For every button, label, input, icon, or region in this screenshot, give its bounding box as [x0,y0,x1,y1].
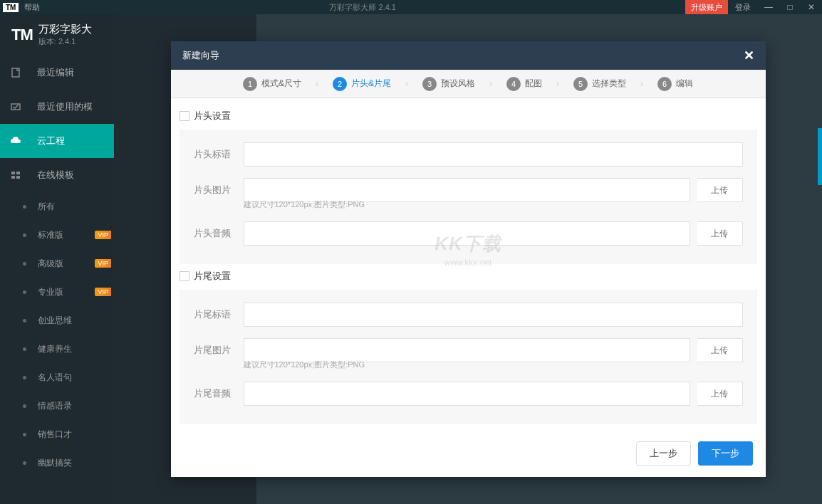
app-header: TM 万彩字影大 版本: 2.4.1 [0,14,114,56]
bullet-icon [23,262,26,266]
tm-badge: TM [3,3,19,12]
opening-audio-input[interactable] [244,221,690,246]
maximize-icon[interactable]: □ [779,0,801,14]
sub-item-label: 情感语录 [38,400,72,412]
new-wizard-modal: 新建向导 ✕ 1 模式&尺寸 › 2 片头&片尾 › 3 [171,41,766,477]
titlebar: TM 帮助 万彩字影大师 2.4.1 升级账户 登录 — □ ✕ [0,0,822,14]
opening-section-title: 片头设置 [194,110,231,122]
sidebar-sub-item[interactable]: 健康养生 [0,335,114,363]
ending-image-input[interactable] [244,338,690,362]
sidebar-sub-item[interactable]: 销售口才 [0,420,114,448]
sidebar-sub-item[interactable]: 标准版VIP [0,221,114,249]
chevron-right-icon: › [489,79,492,89]
sub-item-label: 销售口才 [38,429,72,441]
step-number: 5 [573,77,588,91]
bullet-icon [23,433,26,436]
opening-image-input[interactable] [244,178,690,202]
document-icon [9,65,23,80]
step-label: 预设风格 [441,78,475,90]
nav-item-label: 云工程 [37,135,65,147]
sub-item-label: 高级版 [38,258,63,270]
chevron-right-icon: › [405,79,408,89]
opening-audio-label: 片头音频 [194,227,236,240]
modal-title: 新建向导 [182,49,219,62]
sub-item-label: 专业版 [38,286,63,298]
bullet-icon [23,347,26,351]
content-area: 新建向导 ✕ 1 模式&尺寸 › 2 片头&片尾 › 3 [114,14,822,504]
step-label: 选择类型 [592,78,626,90]
step-opening-ending[interactable]: 2 片头&片尾 [333,77,391,91]
chevron-right-icon: › [316,79,318,89]
ending-slogan-label: 片尾标语 [194,308,236,321]
step-label: 片头&片尾 [351,78,391,90]
step-mode-size[interactable]: 1 模式&尺寸 [243,77,301,91]
bullet-icon [23,376,26,379]
opening-image-upload-button[interactable]: 上传 [697,178,743,202]
next-button[interactable]: 下一步 [698,441,753,466]
nav-online-template[interactable]: 在线模板 [0,158,114,192]
window-title: 万彩字影大师 2.4.1 [40,2,685,13]
wizard-steps: 1 模式&尺寸 › 2 片头&片尾 › 3 预设风格 › 4 [171,70,766,98]
nav-item-label: 在线模板 [37,169,74,182]
nav-item-label: 最近使用的模 [37,100,93,113]
svg-rect-2 [11,172,15,174]
opening-audio-upload-button[interactable]: 上传 [697,221,743,246]
chevron-right-icon: › [640,79,643,89]
prev-button[interactable]: 上一步 [636,441,691,466]
sidebar-sub-item[interactable]: 专业版VIP [0,278,114,306]
ending-audio-upload-button[interactable]: 上传 [697,382,743,406]
sidebar: TM 万彩字影大 版本: 2.4.1 最近编辑 最近使用的模 云工程 [0,14,114,504]
bullet-icon [23,461,26,465]
step-number: 1 [243,77,257,91]
sidebar-sub-item[interactable]: 所有 [0,192,114,221]
step-preset-style[interactable]: 3 预设风格 [422,77,475,91]
step-image[interactable]: 4 配图 [506,77,542,91]
sub-item-label: 创业思维 [38,315,72,327]
nav-cloud-project[interactable]: 云工程 [0,124,114,158]
step-label: 编辑 [676,78,693,90]
svg-rect-5 [16,176,20,179]
step-select-type[interactable]: 5 选择类型 [573,77,626,91]
login-link[interactable]: 登录 [728,2,758,13]
minimize-icon[interactable]: — [758,0,779,14]
bullet-icon [23,290,26,294]
sub-item-label: 名人语句 [38,372,72,384]
nav-recent-template[interactable]: 最近使用的模 [0,90,114,124]
ending-checkbox[interactable] [180,271,189,281]
svg-rect-4 [11,176,15,179]
ending-section-title: 片尾设置 [194,270,231,283]
upgrade-account-button[interactable]: 升级账户 [685,0,728,15]
opening-checkbox[interactable] [180,111,189,121]
vip-badge: VIP [95,288,111,296]
sidebar-sub-item[interactable]: 创业思维 [0,306,114,335]
ending-image-upload-button[interactable]: 上传 [697,338,743,362]
step-number: 6 [657,77,672,91]
step-label: 配图 [525,78,542,90]
sidebar-sub-item[interactable]: 幽默搞笑 [0,448,114,477]
bullet-icon [23,319,26,322]
app-logo: TM [11,26,33,44]
ending-audio-input[interactable] [244,382,690,406]
cloud-icon [9,134,23,148]
step-number: 4 [506,77,521,91]
grid-icon [9,168,23,182]
opening-slogan-input[interactable] [244,142,743,167]
ending-slogan-input[interactable] [244,303,743,327]
sidebar-sub-item[interactable]: 高级版VIP [0,249,114,278]
app-name: 万彩字影大 [38,23,92,36]
chevron-right-icon: › [556,79,559,89]
opening-slogan-label: 片头标语 [194,148,236,161]
help-menu[interactable]: 帮助 [24,2,40,13]
sub-item-label: 健康养生 [38,343,72,355]
bullet-icon [23,233,26,237]
nav-recent-edit[interactable]: 最近编辑 [0,56,114,90]
sidebar-sub-item[interactable]: 情感语录 [0,392,114,420]
close-icon[interactable]: ✕ [801,0,822,14]
vip-badge: VIP [95,231,111,239]
bullet-icon [23,404,26,408]
sidebar-sub-item[interactable]: 名人语句 [0,363,114,392]
step-number: 3 [422,77,437,91]
modal-close-icon[interactable]: ✕ [744,48,754,63]
step-edit[interactable]: 6 编辑 [657,77,693,91]
modal-overlay: 新建向导 ✕ 1 模式&尺寸 › 2 片头&片尾 › 3 [114,14,822,504]
